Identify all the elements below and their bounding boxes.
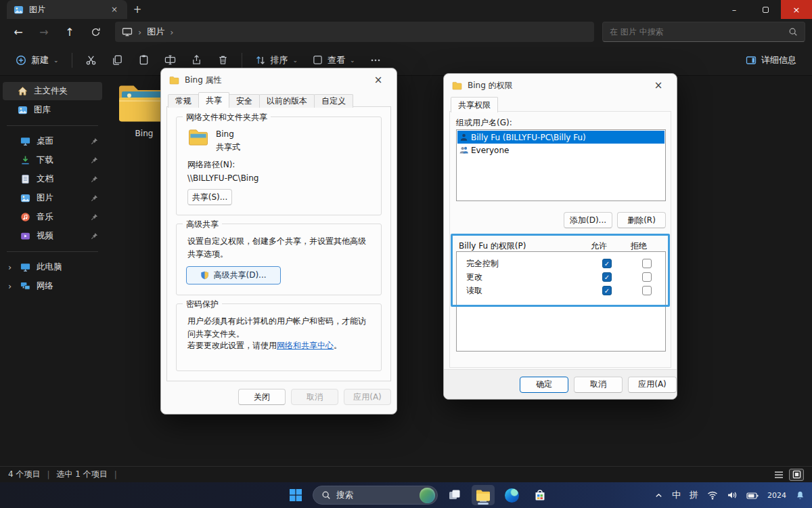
new-tab-button[interactable]: +: [127, 0, 148, 19]
notification-bell-icon[interactable]: [795, 490, 805, 501]
ok-button[interactable]: 确定: [520, 377, 568, 393]
close-icon[interactable]: ×: [648, 77, 669, 94]
sidebar-item-music[interactable]: 音乐: [3, 208, 102, 226]
tab-customize[interactable]: 自定义: [314, 94, 353, 108]
remove-button[interactable]: 删除(R): [617, 212, 666, 228]
breadcrumb[interactable]: › 图片 ›: [115, 22, 594, 42]
network-icon: [20, 281, 30, 291]
this-pc-icon[interactable]: [122, 26, 133, 37]
allow-checkbox-checked[interactable]: ✓: [602, 259, 612, 268]
sidebar-item-network[interactable]: › 网络: [3, 277, 102, 295]
network-sharing-center-link[interactable]: 网络和共享中心: [277, 341, 334, 350]
sidebar-item-home[interactable]: 主文件夹: [3, 82, 102, 100]
users-listbox[interactable]: Billy Fu (BILLYFU-PC\Billy Fu) Everyone: [456, 129, 666, 201]
group-icon: [459, 146, 468, 154]
breadcrumb-chevron-icon: ›: [138, 27, 141, 37]
taskbar-search-box[interactable]: 搜索: [313, 486, 438, 505]
details-pane-button[interactable]: 详细信息: [740, 50, 803, 70]
deny-checkbox-unchecked[interactable]: [642, 286, 652, 295]
paste-button[interactable]: [132, 50, 156, 70]
toolbar-divider: [72, 53, 72, 68]
microsoft-store-icon[interactable]: [528, 485, 551, 505]
chevron-right-icon[interactable]: ›: [8, 262, 12, 272]
ime-mode-indicator[interactable]: 拼: [690, 489, 698, 501]
explorer-search-box[interactable]: [602, 22, 805, 42]
advanced-sharing-button[interactable]: 高级共享(D)...: [186, 266, 281, 284]
sidebar-item-desktop[interactable]: 桌面: [3, 132, 102, 150]
forward-button[interactable]: →: [32, 22, 55, 42]
view-button-label: 查看: [328, 54, 345, 66]
sidebar-item-gallery[interactable]: 图库: [3, 101, 102, 119]
close-icon[interactable]: ×: [368, 71, 388, 89]
close-button[interactable]: ×: [781, 0, 812, 19]
details-view-toggle[interactable]: [771, 469, 786, 481]
share-button[interactable]: [185, 50, 208, 70]
file-explorer-taskbar-icon[interactable]: [472, 485, 495, 505]
tab-close-icon[interactable]: ×: [108, 3, 120, 16]
refresh-button[interactable]: [84, 22, 107, 42]
tab-previous-versions[interactable]: 以前的版本: [259, 94, 315, 108]
thumbnail-view-toggle[interactable]: [789, 469, 804, 481]
up-button[interactable]: ↑: [58, 22, 81, 42]
new-button[interactable]: 新建 ⌄: [9, 50, 65, 70]
allow-checkbox-checked[interactable]: ✓: [602, 272, 612, 282]
back-button[interactable]: ←: [7, 22, 30, 42]
explorer-tab-pictures[interactable]: 图片 ×: [7, 0, 127, 19]
user-row-everyone[interactable]: Everyone: [457, 144, 664, 156]
user-icon: [459, 133, 468, 142]
chevron-right-icon[interactable]: ›: [8, 281, 12, 291]
search-highlight-image[interactable]: [420, 488, 435, 503]
group-title: 密码保护: [183, 299, 222, 310]
tab-share-permissions[interactable]: 共享权限: [451, 97, 498, 112]
permissions-dialog-titlebar[interactable]: Bing 的权限 ×: [444, 74, 677, 97]
speaker-icon[interactable]: [727, 490, 738, 500]
minimize-button[interactable]: –: [719, 0, 750, 19]
share-button[interactable]: 共享(S)...: [187, 189, 232, 205]
add-button[interactable]: 添加(D)...: [564, 212, 612, 228]
sidebar-item-this-pc[interactable]: › 此电脑: [3, 258, 102, 276]
wifi-icon[interactable]: [707, 490, 718, 500]
apply-button[interactable]: 应用(A): [628, 377, 677, 393]
tab-general[interactable]: 常规: [168, 94, 199, 108]
maximize-button[interactable]: [750, 0, 781, 19]
edge-browser-icon[interactable]: [500, 485, 523, 505]
properties-dialog-titlebar[interactable]: Bing 属性 ×: [161, 68, 397, 91]
sidebar-item-videos[interactable]: 视频: [3, 227, 102, 245]
breadcrumb-item-pictures[interactable]: 图片: [147, 26, 164, 38]
more-options-button[interactable]: [364, 51, 387, 70]
sidebar-item-pictures[interactable]: 图片: [3, 189, 102, 207]
explorer-search-input[interactable]: [610, 27, 788, 37]
tab-security[interactable]: 安全: [229, 94, 260, 108]
allow-checkbox-checked[interactable]: ✓: [602, 286, 612, 295]
sidebar-item-downloads[interactable]: 下载: [3, 151, 102, 169]
deny-checkbox-unchecked[interactable]: [642, 272, 652, 282]
view-toggles: [771, 469, 804, 481]
user-row-billyfu[interactable]: Billy Fu (BILLYFU-PC\Billy Fu): [457, 131, 664, 144]
password-protection-hint: 若要更改此设置，请使用网络和共享中心。: [187, 339, 371, 352]
ime-language-indicator[interactable]: 中: [672, 489, 681, 501]
task-view-button[interactable]: [443, 485, 466, 505]
view-button[interactable]: 查看 ⌄: [307, 50, 361, 70]
battery-icon[interactable]: [746, 491, 759, 500]
pin-icon: [91, 194, 98, 202]
delete-button[interactable]: [211, 50, 235, 70]
rename-button[interactable]: [158, 50, 182, 70]
cancel-button[interactable]: 取消: [291, 389, 338, 405]
apply-button[interactable]: 应用(A): [344, 389, 391, 405]
advanced-sharing-group: 高级共享 设置自定义权限，创建多个共享，并设置其他高级共享选项。 高级共享(D)…: [176, 224, 382, 295]
cut-button[interactable]: [79, 50, 103, 70]
copy-button[interactable]: [106, 50, 129, 70]
window-controls: – ×: [719, 0, 812, 19]
start-button[interactable]: [284, 485, 307, 505]
clock-date[interactable]: 2024: [767, 491, 786, 500]
sidebar-item-documents[interactable]: 文档: [3, 170, 102, 188]
pictures-icon: [20, 193, 30, 203]
hidden-icons-chevron[interactable]: [654, 491, 663, 500]
tab-sharing[interactable]: 共享: [198, 92, 229, 108]
deny-checkbox-unchecked[interactable]: [642, 259, 652, 268]
sidebar-item-label: 音乐: [37, 211, 53, 223]
cancel-button[interactable]: 取消: [574, 377, 623, 393]
hint-suffix: 。: [334, 341, 342, 350]
sort-button[interactable]: 排序 ⌄: [249, 50, 304, 70]
close-dialog-button[interactable]: 关闭: [238, 389, 286, 405]
